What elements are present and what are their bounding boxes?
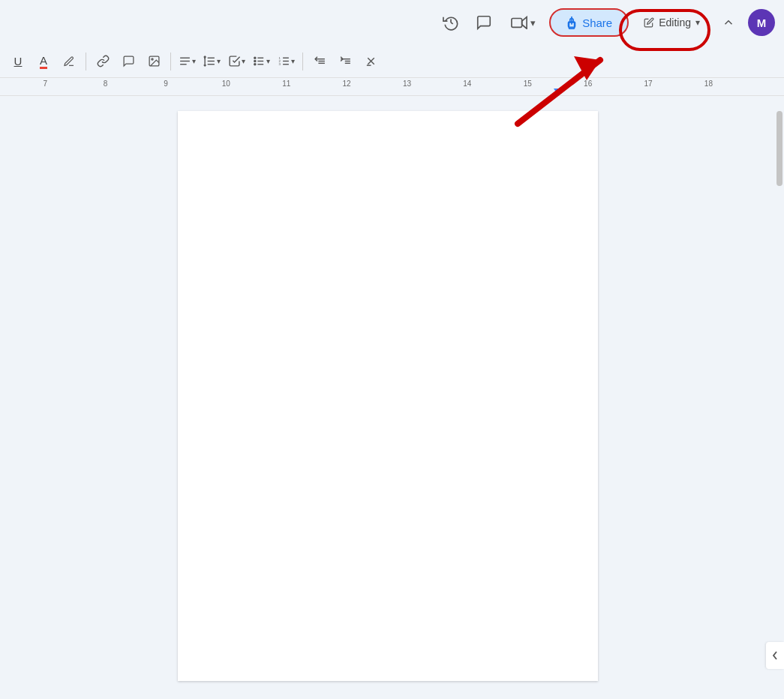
editing-label: Editing xyxy=(659,16,691,28)
editing-chevron-icon: ▾ xyxy=(695,17,700,28)
user-avatar[interactable]: M xyxy=(748,9,775,36)
share-button[interactable]: Share xyxy=(549,8,629,37)
link-btn[interactable] xyxy=(91,50,115,74)
ruler: 789101112131415161718 xyxy=(0,78,784,96)
separator-2 xyxy=(170,52,171,70)
document-area xyxy=(0,96,784,699)
font-color-btn[interactable]: A xyxy=(32,50,56,74)
clear-format-btn[interactable] xyxy=(359,50,383,74)
collapse-toolbar-btn[interactable] xyxy=(715,9,742,36)
ruler-tick-11: 11 xyxy=(282,80,290,88)
editing-mode-btn[interactable]: Editing ▾ xyxy=(635,12,709,33)
ruler-numbers: 789101112131415161718 xyxy=(0,78,784,95)
svg-marker-2 xyxy=(522,17,527,29)
indent-increase-btn[interactable] xyxy=(333,50,357,74)
underline-btn[interactable]: U xyxy=(6,50,30,74)
sidebar-collapse-btn[interactable] xyxy=(766,642,784,669)
avatar-letter: M xyxy=(757,16,767,29)
document-scroll[interactable] xyxy=(0,96,775,699)
svg-rect-1 xyxy=(512,19,522,28)
indent-decrease-btn[interactable] xyxy=(308,50,332,74)
highlight-btn[interactable] xyxy=(57,50,81,74)
ruler-tick-10: 10 xyxy=(222,80,230,88)
top-bar: ▾ Share Editing ▾ M xyxy=(0,0,784,45)
separator-1 xyxy=(86,52,86,70)
ruler-tick-14: 14 xyxy=(463,80,471,88)
video-call-btn[interactable]: ▾ xyxy=(503,11,543,34)
separator-3 xyxy=(302,52,303,70)
ruler-tick-9: 9 xyxy=(164,80,168,88)
bullet-list-btn[interactable]: ▾ xyxy=(250,50,273,72)
ruler-tick-13: 13 xyxy=(403,80,411,88)
ruler-tick-16: 16 xyxy=(584,80,592,88)
comment-icon-btn[interactable] xyxy=(470,9,497,36)
line-spacing-btn[interactable]: ▾ xyxy=(200,50,224,72)
ruler-tick-7: 7 xyxy=(43,80,47,88)
svg-point-19 xyxy=(254,60,256,62)
formatting-toolbar: U A xyxy=(0,45,784,78)
image-btn[interactable] xyxy=(142,50,166,74)
align-btn[interactable]: ▾ xyxy=(176,50,199,72)
numbered-list-btn[interactable]: 1 2 3 ▾ xyxy=(275,50,298,72)
checklist-btn[interactable]: ▾ xyxy=(225,50,248,72)
share-label: Share xyxy=(582,16,612,29)
history-icon-btn[interactable] xyxy=(437,9,464,36)
ruler-tick-8: 8 xyxy=(104,80,108,88)
svg-point-20 xyxy=(254,64,256,65)
comment-btn[interactable] xyxy=(116,50,140,74)
svg-point-7 xyxy=(151,58,152,60)
ruler-position-marker xyxy=(554,88,561,94)
document-page[interactable] xyxy=(178,111,598,681)
svg-text:3: 3 xyxy=(278,62,281,66)
ruler-tick-15: 15 xyxy=(524,80,532,88)
ruler-tick-12: 12 xyxy=(343,80,351,88)
ruler-tick-17: 17 xyxy=(644,80,652,88)
svg-point-18 xyxy=(254,57,256,58)
ruler-tick-18: 18 xyxy=(704,80,713,88)
